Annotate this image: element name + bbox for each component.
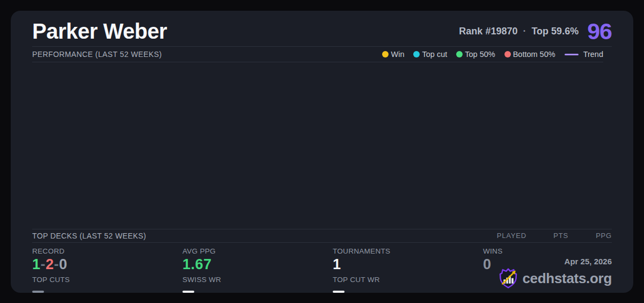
record-draws: 0 <box>59 256 68 272</box>
legend-label-top-cut: Top cut <box>422 50 447 59</box>
win-dot-icon <box>382 51 389 57</box>
record-label: RECORD <box>32 247 182 255</box>
legend-item-win: Win <box>382 50 404 59</box>
top-decks-title: TOP DECKS (LAST 52 WEEKS) <box>32 232 146 240</box>
wins-label: WINS <box>483 247 612 255</box>
legend-item-top-50: Top 50% <box>456 50 495 59</box>
legend-item-top-cut: Top cut <box>413 50 447 59</box>
performance-section-header: PERFORMANCE (LAST 52 WEEKS) Win Top cut … <box>32 47 603 62</box>
site-name: cedhstats.org <box>522 270 612 287</box>
legend-label-trend: Trend <box>583 50 603 59</box>
legend-item-trend: Trend <box>565 50 603 59</box>
card-footer: Apr 25, 2026 cedhstats.org <box>499 257 612 289</box>
record-wins: 1 <box>32 256 41 272</box>
top-cut-wr-label: TOP CUT WR <box>333 276 483 284</box>
dot-separator: · <box>523 26 526 37</box>
cedhstats-logo-icon <box>499 268 518 289</box>
tournaments-label: TOURNAMENTS <box>333 247 483 255</box>
swiss-wr-label: SWISS WR <box>182 276 333 284</box>
stat-tournaments: TOURNAMENTS 1 TOP CUT WR <box>333 247 483 293</box>
column-header-played: PLAYED <box>497 232 526 240</box>
legend-label-top-50: Top 50% <box>465 50 495 59</box>
trend-line-icon <box>565 54 579 55</box>
top-cut-dot-icon <box>413 51 420 57</box>
column-header-ppg: PPG <box>568 232 612 240</box>
bottom-50-dot-icon <box>504 51 511 57</box>
top-cuts-empty-dash <box>32 291 44 293</box>
top-cut-wr-empty-dash <box>333 291 345 293</box>
player-stats-card: Parker Weber Rank #19870 · Top 59.6% 96 … <box>11 11 633 293</box>
performance-title: PERFORMANCE (LAST 52 WEEKS) <box>32 50 162 59</box>
rank-summary: Rank #19870 · Top 59.6% 96 <box>459 18 612 45</box>
stat-avg-ppg: AVG PPG 1.67 SWISS WR <box>182 247 333 293</box>
card-header: Parker Weber Rank #19870 · Top 59.6% 96 <box>11 11 633 46</box>
player-score: 96 <box>587 18 612 45</box>
legend-label-win: Win <box>391 50 404 59</box>
legend-label-bottom-50: Bottom 50% <box>513 50 555 59</box>
swiss-wr-empty-dash <box>182 291 194 293</box>
avg-ppg-value: 1.67 <box>182 256 333 272</box>
performance-chart-area <box>11 62 633 229</box>
top-50-dot-icon <box>456 51 463 57</box>
column-header-pts: PTS <box>526 232 568 240</box>
chart-legend: Win Top cut Top 50% Bottom 50% Trend <box>382 50 603 59</box>
generated-date: Apr 25, 2026 <box>499 257 612 266</box>
tournaments-value: 1 <box>333 256 483 272</box>
brand-row: cedhstats.org <box>499 268 612 289</box>
top-percent-label: Top 59.6% <box>531 26 579 37</box>
avg-ppg-label: AVG PPG <box>182 247 333 255</box>
stat-record: RECORD 1-2-0 TOP CUTS <box>32 247 182 293</box>
record-losses: 2 <box>46 256 54 272</box>
top-decks-section-header: TOP DECKS (LAST 52 WEEKS) PLAYED PTS PPG <box>32 229 612 243</box>
top-decks-column-headers: PLAYED PTS PPG <box>497 232 612 240</box>
player-name: Parker Weber <box>32 19 167 44</box>
record-value: 1-2-0 <box>32 256 182 272</box>
legend-item-bottom-50: Bottom 50% <box>504 50 555 59</box>
rank-label: Rank #19870 <box>459 26 517 37</box>
top-cuts-label: TOP CUTS <box>32 276 182 284</box>
record-separator: - <box>41 256 46 272</box>
record-separator: - <box>54 256 60 272</box>
